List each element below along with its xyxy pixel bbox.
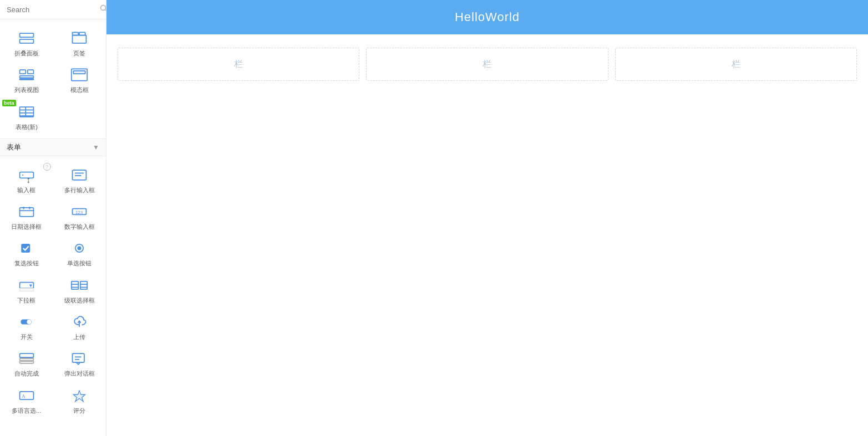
radio-label: 单选按钮	[67, 259, 92, 267]
main-area: HelloWorld 栏 栏 栏	[106, 0, 868, 436]
input-label: 输入框	[17, 186, 35, 194]
table-new-label: 表格(新)	[16, 123, 38, 131]
sidebar-item-modal[interactable]: 模态框	[53, 60, 106, 97]
canvas-col-1[interactable]: 栏	[118, 48, 359, 81]
modal-icon	[68, 66, 90, 84]
sidebar-item-popup-dialog[interactable]: 弹出对话框	[53, 344, 106, 381]
tabs-icon	[68, 29, 90, 47]
multilang-label: 多语言选...	[12, 407, 41, 414]
section-form-arrow-icon: ▼	[93, 143, 99, 151]
svg-rect-47	[73, 353, 84, 362]
canvas-row: 栏 栏 栏	[118, 48, 857, 81]
search-icon[interactable]	[100, 4, 106, 14]
checkbox-icon	[16, 239, 38, 257]
svg-rect-8	[28, 70, 34, 74]
svg-rect-46	[19, 362, 33, 364]
rating-icon	[68, 387, 90, 404]
svg-rect-12	[74, 71, 85, 74]
sidebar-item-tabs[interactable]: 页签	[53, 24, 106, 60]
popup-dialog-label: 弹出对话框	[64, 370, 95, 377]
svg-rect-18	[19, 172, 33, 178]
sidebar-item-rating[interactable]: 评分	[53, 381, 106, 418]
svg-rect-2	[19, 33, 33, 37]
svg-marker-52	[74, 391, 85, 402]
sidebar-item-autocomplete[interactable]: 自动完成	[0, 344, 53, 381]
help-icon-input[interactable]: ?	[43, 163, 51, 171]
search-input[interactable]	[7, 6, 100, 14]
radio-icon	[68, 239, 90, 257]
rating-label: 评分	[73, 407, 85, 414]
number-input-icon: 123	[68, 203, 90, 220]
upload-label: 上传	[73, 333, 85, 341]
beta-badge: beta	[2, 100, 16, 106]
number-input-label: 数字输入框	[64, 223, 95, 230]
svg-rect-7	[19, 70, 26, 74]
svg-rect-6	[73, 35, 87, 43]
form-components-section: ? 输入框 ↕	[0, 156, 106, 422]
sidebar-item-select[interactable]: 下拉框	[0, 271, 53, 307]
sidebar-item-table-new[interactable]: beta 表格(新)	[0, 98, 53, 134]
switch-icon	[16, 313, 38, 331]
select-label: 下拉框	[17, 296, 35, 304]
svg-rect-36	[80, 281, 87, 289]
textarea-label: 多行输入框	[64, 186, 95, 194]
section-header-form[interactable]: 表单 ▼	[0, 139, 106, 156]
form-components-grid: ? 输入框 ↕	[0, 161, 106, 418]
search-bar	[0, 0, 106, 19]
sidebar-item-upload[interactable]: 上传	[53, 307, 106, 344]
canvas-col-label-3: 栏	[732, 59, 740, 70]
sidebar-item-number-input[interactable]: 123 数字输入框	[53, 197, 106, 234]
svg-rect-13	[19, 107, 33, 117]
sidebar-item-checkbox[interactable]: 复选按钮	[0, 234, 53, 270]
svg-point-31	[78, 247, 82, 250]
top-components-grid: 折叠面板 页签	[0, 24, 106, 134]
autocomplete-label: 自动完成	[14, 370, 39, 377]
svg-rect-10	[19, 79, 33, 80]
list-view-label: 列表视图	[14, 86, 39, 94]
canvas-col-2[interactable]: 栏	[366, 48, 608, 81]
svg-rect-29	[22, 244, 29, 252]
svg-point-0	[101, 6, 106, 11]
select-icon	[16, 276, 38, 294]
sidebar-item-collapse-panel[interactable]: 折叠面板	[0, 24, 53, 60]
sidebar-item-date-picker[interactable]: 日期选择框	[0, 197, 53, 234]
svg-rect-35	[72, 281, 78, 289]
sidebar-item-textarea[interactable]: 多行输入框	[53, 161, 106, 197]
header-banner: HelloWorld	[106, 0, 868, 34]
sidebar-item-switch[interactable]: 开关	[0, 307, 53, 344]
switch-label: 开关	[21, 333, 33, 341]
section-form-label: 表单	[7, 142, 21, 152]
collapse-panel-label: 折叠面板	[14, 49, 39, 57]
canvas-col-3[interactable]: 栏	[615, 48, 857, 81]
autocomplete-icon	[16, 350, 38, 367]
collapse-panel-icon	[16, 29, 38, 47]
checkbox-label: 复选按钮	[14, 259, 39, 267]
cascader-icon	[68, 276, 90, 294]
cascader-label: 级联选择框	[64, 296, 95, 304]
sidebar-item-input[interactable]: ? 输入框 ↕	[0, 161, 53, 197]
tabs-label: 页签	[73, 49, 85, 57]
multilang-icon: A	[16, 387, 38, 404]
sidebar-item-cascader[interactable]: 级联选择框	[53, 271, 106, 307]
canvas-col-label-1: 栏	[234, 59, 243, 70]
svg-rect-3	[19, 39, 33, 43]
svg-point-42	[27, 320, 31, 324]
svg-rect-9	[19, 76, 33, 78]
svg-rect-44	[19, 353, 33, 357]
table-new-icon	[16, 103, 38, 121]
modal-label: 模态框	[70, 86, 89, 94]
sidebar-item-radio[interactable]: 单选按钮	[53, 234, 106, 270]
input-icon	[16, 166, 38, 184]
canvas[interactable]: 栏 栏 栏	[106, 34, 868, 436]
svg-rect-45	[19, 358, 33, 361]
svg-rect-23	[19, 208, 33, 217]
list-view-icon	[16, 66, 38, 84]
date-picker-icon	[16, 203, 38, 220]
sidebar-item-multilang[interactable]: A 多语言选...	[0, 381, 53, 418]
upload-icon	[68, 313, 90, 331]
canvas-col-label-2: 栏	[483, 59, 491, 70]
svg-rect-34	[19, 288, 33, 291]
sidebar-item-list-view[interactable]: 列表视图	[0, 60, 53, 97]
sidebar: 折叠面板 页签	[0, 0, 106, 436]
popup-dialog-icon	[68, 350, 90, 367]
